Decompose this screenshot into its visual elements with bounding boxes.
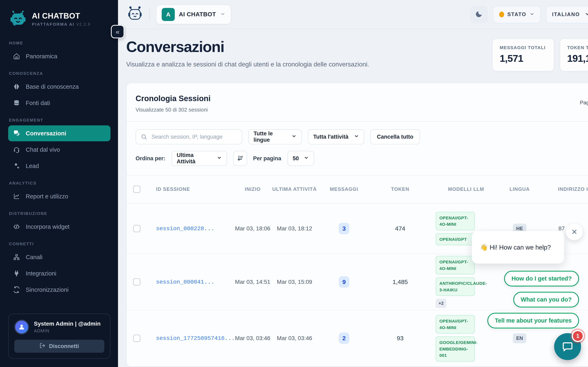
status-label: STATO [507, 11, 526, 17]
sidebar-item-label: Panoramica [26, 53, 57, 60]
sort-direction-button[interactable] [233, 151, 247, 166]
session-id-link[interactable]: session_000228... [156, 225, 214, 232]
row-checkbox[interactable] [133, 278, 140, 286]
chat-bubble-icon [562, 340, 574, 353]
sidebar-item-panoramica[interactable]: Panoramica [8, 48, 111, 64]
sidebar-nav: HOME Panoramica CONOSCENZA Base di conos… [8, 34, 111, 310]
headset-icon [13, 146, 20, 154]
header-robot-logo-icon [127, 6, 143, 23]
logout-button[interactable]: Disconnetti [14, 340, 104, 353]
sidebar-collapse-button[interactable]: « [111, 25, 124, 38]
sidebar-item-label: Fonti dati [26, 100, 50, 106]
unread-count-badge: 1 [573, 331, 583, 341]
row-checkbox[interactable] [133, 334, 140, 342]
sidebar-item-integrazioni[interactable]: Integrazioni [8, 266, 111, 281]
activity-filter-select[interactable]: Tutta l'attività [308, 129, 364, 144]
sidebar-item-fonti-dati[interactable]: Fonti dati [8, 95, 111, 111]
dark-mode-toggle[interactable] [470, 6, 488, 23]
chat-suggestion-button[interactable]: What can you do? [513, 292, 579, 308]
chat-suggestion-button[interactable]: Tell me about your features [487, 313, 579, 328]
logout-label: Disconnetti [49, 343, 79, 350]
per-page-select[interactable]: 50 [287, 151, 314, 166]
session-last-activity: Mar 03, 18:12 [270, 225, 319, 233]
sessions-card-title: Cronologia Sessioni [136, 94, 588, 103]
sidebar-item-label: Integrazioni [26, 270, 56, 277]
app-subtitle: PIATTAFORMA AI [32, 22, 75, 26]
messages-count-badge: 2 [339, 333, 349, 344]
code-icon [13, 223, 20, 231]
sidebar-item-label: Conversazioni [26, 130, 66, 137]
brain-icon [13, 83, 20, 91]
bot-selector-label: AI CHATBOT [179, 11, 216, 18]
tokens-count: 93 [370, 335, 431, 342]
sidebar-item-base-di-conoscenza[interactable]: Base di conoscenza [8, 79, 111, 95]
messages-count-badge: 9 [339, 276, 349, 288]
model-badge: OPENAI/GPT-4O-MINI [436, 315, 475, 334]
tokens-count: 1,485 [370, 278, 431, 285]
col-header-last-activity: ULTIMA ATTIVITÀ [270, 186, 319, 192]
chat-close-button[interactable]: ✕ [566, 224, 583, 240]
sidebar-item-report-e-utilizzo[interactable]: Report e utilizzo [8, 188, 111, 204]
section-label-distribuzione: DISTRIBUZIONE [9, 211, 111, 216]
col-header-messages: MESSAGGI [319, 186, 370, 192]
close-icon: ✕ [571, 228, 577, 236]
sidebar-item-chat-dal-vivo[interactable]: Chat dal vivo [8, 142, 111, 158]
chat-suggestion-button[interactable]: How do I get started? [504, 271, 579, 286]
sidebar-item-canali[interactable]: Canali [8, 249, 111, 265]
topbar: A AI CHATBOT STATO [118, 0, 588, 29]
chat-greeting-bubble: 👋 Hi! How can we help? [472, 231, 564, 264]
language-select[interactable]: ITALIANO [546, 6, 588, 23]
col-header-session-id: ID SESSIONE [147, 186, 235, 192]
chevron-down-icon [530, 12, 535, 17]
messages-count-badge: 3 [339, 223, 349, 234]
select-all-checkbox[interactable] [133, 185, 140, 193]
chevron-down-icon [217, 155, 222, 162]
sort-by-label: Ordina per: [136, 155, 165, 162]
activity-filter-value: Tutta l'attività [313, 134, 348, 140]
session-last-activity: Mar 03, 15:09 [270, 278, 319, 286]
user-tag-icon [13, 162, 20, 170]
sidebar-item-sincronizzazioni[interactable]: Sincronizzazioni [8, 282, 111, 298]
sidebar-item-lead[interactable]: Lead [8, 158, 111, 174]
chevron-down-icon [292, 134, 296, 140]
app-root: AI CHATBOT PIATTAFORMA AI V2.2.9 « HOME … [0, 0, 588, 367]
bot-badge: A [162, 8, 175, 21]
search-icon [141, 134, 147, 141]
session-id-link[interactable]: session_000041... [156, 279, 214, 285]
sort-by-select[interactable]: Ultima Attività [172, 151, 227, 166]
col-header-models: MODELLI LLM [431, 186, 501, 192]
page-title: Conversazioni [126, 38, 369, 55]
sidebar-item-label: Base di conoscenza [26, 83, 79, 90]
session-last-activity: Mar 03, 03:46 [270, 334, 319, 342]
chat-launcher-button[interactable]: 1 [554, 333, 581, 360]
status-dropdown[interactable]: STATO [493, 6, 541, 23]
row-checkbox[interactable] [133, 225, 140, 232]
section-label-conoscenza: CONOSCENZA [9, 71, 111, 76]
section-label-connetti: CONNETTI [9, 242, 111, 246]
clear-all-button[interactable]: Cancella tutto [370, 129, 420, 144]
avatar [14, 320, 29, 334]
section-label-analytics: ANALYTICS [9, 181, 111, 185]
sidebar-item-conversazioni[interactable]: Conversazioni [8, 125, 111, 141]
chevron-down-icon [304, 155, 309, 162]
language-filter-select[interactable]: Tutte le lingue [248, 129, 302, 144]
sidebar-item-label: Report e utilizzo [26, 193, 68, 200]
chevron-down-icon [354, 134, 359, 140]
page-subtitle: Visualizza e analizza le sessioni di cha… [126, 61, 369, 68]
search-input[interactable] [136, 129, 242, 144]
sync-icon [13, 286, 20, 294]
filters-section: Tutte le lingue Tutta l'attività Cancell… [127, 122, 588, 175]
stat-label: MESSAGGI TOTALI [500, 45, 545, 50]
bot-selector[interactable]: A AI CHATBOT [156, 5, 231, 24]
stats-cards: MESSAGGI TOTALI 1,571 TOKEN TOTALI 191,1… [492, 39, 588, 71]
session-id-link[interactable]: session_177250957416... [156, 335, 235, 342]
plug-icon [13, 269, 20, 277]
user-name: System Admin | @admin [34, 320, 101, 327]
logout-icon [40, 343, 45, 350]
sidebar-item-label: Incorpora widget [26, 224, 69, 230]
sidebar-item-incorpora-widget[interactable]: Incorpora widget [8, 219, 111, 235]
session-start: Mar 03, 18:06 [235, 225, 270, 233]
per-page-label: Per pagina [253, 155, 281, 162]
chat-suggestions: How do I get started? What can you do? T… [487, 271, 579, 328]
section-label-home: HOME [9, 41, 111, 45]
